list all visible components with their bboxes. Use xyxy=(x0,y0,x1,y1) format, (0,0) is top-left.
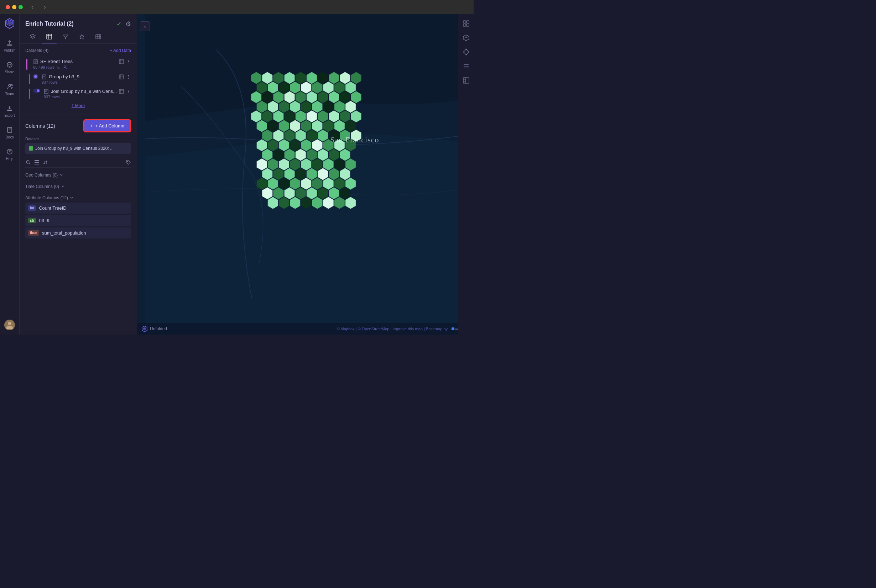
datasets-section: Datasets (4) + Add Data xyxy=(20,44,137,115)
link-icon xyxy=(56,65,61,70)
publish-icon xyxy=(6,39,14,47)
more-options-icon[interactable] xyxy=(126,74,131,80)
svg-rect-186 xyxy=(452,327,454,330)
sidebar-item-docs[interactable]: Docs xyxy=(0,123,19,143)
column-item: int Count TreeID xyxy=(25,202,131,213)
chevron-down-icon xyxy=(60,184,65,189)
map-area[interactable]: San Francisco ‹ Unfolded © Mapbox | © Op… xyxy=(137,14,473,334)
settings-icon[interactable]: ⚙ xyxy=(125,20,131,28)
tool-3d[interactable] xyxy=(460,32,473,44)
attribute-columns-group: Attribute Columns (12) int Count TreeID … xyxy=(25,193,131,238)
svg-marker-185 xyxy=(143,327,146,330)
dataset-color-indicator xyxy=(29,146,33,150)
svg-point-6 xyxy=(9,84,11,87)
selected-dataset-name: Join Group by h3_9 with Census 2020: ... xyxy=(35,146,114,151)
table-icon[interactable] xyxy=(119,59,124,64)
app-logo xyxy=(3,17,16,30)
svg-rect-199 xyxy=(463,78,469,83)
add-data-button[interactable]: + Add Data xyxy=(110,48,131,53)
column-item: str h3_9 xyxy=(25,215,131,226)
sidebar-item-share[interactable]: Share xyxy=(0,57,19,78)
dataset-rows-count: 937 rows xyxy=(42,80,58,84)
svg-rect-56 xyxy=(35,164,39,165)
svg-point-50 xyxy=(128,91,129,92)
check-icon: ✓ xyxy=(116,20,122,28)
svg-line-53 xyxy=(29,163,30,165)
close-button[interactable] xyxy=(6,5,10,9)
tool-grid[interactable] xyxy=(460,17,473,30)
geo-columns-label: Geo Columns (0) xyxy=(25,172,58,178)
docs-icon xyxy=(6,126,14,134)
svg-point-49 xyxy=(128,90,129,90)
svg-point-42 xyxy=(128,78,129,79)
geo-columns-header[interactable]: Geo Columns (0) xyxy=(25,171,131,180)
add-column-label: + Add Column xyxy=(95,123,124,129)
svg-point-32 xyxy=(59,68,60,69)
traffic-lights xyxy=(6,5,23,9)
tag-icon[interactable] xyxy=(125,159,131,165)
team-label: Team xyxy=(5,92,14,96)
more-datasets-link[interactable]: 1 More xyxy=(25,101,131,110)
svg-rect-191 xyxy=(466,24,469,26)
unfolded-logo: Unfolded xyxy=(141,326,167,332)
search-icon[interactable] xyxy=(25,159,31,165)
svg-rect-17 xyxy=(47,34,52,39)
dataset-item: SF Street Trees xyxy=(25,57,131,72)
title-bar: ‹ › xyxy=(0,0,473,14)
dataset-name: Join Group by h3_9 with Cens... xyxy=(51,88,117,94)
nav-back-button[interactable]: ‹ xyxy=(29,3,35,11)
time-columns-label: Time Columns (0) xyxy=(25,184,59,189)
time-columns-header[interactable]: Time Columns (0) xyxy=(25,182,131,191)
sidebar-item-team[interactable]: Team xyxy=(0,79,19,99)
add-column-button[interactable]: + + Add Column xyxy=(83,119,131,132)
svg-point-193 xyxy=(468,52,469,52)
list-icon[interactable] xyxy=(34,159,39,165)
dataset-name: SF Street Trees xyxy=(40,59,73,64)
dataset-rows-count: 937 rows xyxy=(44,94,60,99)
tool-panel-view[interactable] xyxy=(460,74,473,87)
table-icon[interactable] xyxy=(119,74,124,80)
panel-header: Enrich Tutorial (2) ✓ ⚙ xyxy=(20,14,137,31)
sidebar-item-publish[interactable]: Publish xyxy=(0,36,19,56)
svg-rect-190 xyxy=(463,24,466,26)
header-icons: ✓ ⚙ xyxy=(116,20,131,28)
svg-rect-37 xyxy=(119,75,123,79)
share-label: Share xyxy=(5,70,15,74)
panel-collapse-button[interactable]: ‹ xyxy=(140,21,150,32)
tab-effects[interactable] xyxy=(74,31,89,44)
attribute-columns-label: Attribute Columns (12) xyxy=(25,195,68,200)
tool-draw[interactable] xyxy=(460,45,473,58)
svg-point-16 xyxy=(8,322,11,326)
svg-rect-46 xyxy=(119,89,123,94)
minimize-button[interactable] xyxy=(12,5,17,9)
publish-label: Publish xyxy=(4,48,16,52)
users-icon xyxy=(62,65,67,70)
more-options-icon[interactable] xyxy=(126,89,131,94)
more-options-icon[interactable] xyxy=(126,59,131,64)
sidebar-item-export[interactable]: Export xyxy=(0,101,19,121)
column-type-badge: str xyxy=(28,218,36,223)
svg-rect-188 xyxy=(463,21,466,23)
table-icon[interactable] xyxy=(119,89,124,94)
right-tools-panel xyxy=(458,14,473,334)
nav-forward-button[interactable]: › xyxy=(42,3,48,11)
dataset-file-icon xyxy=(33,59,38,64)
svg-point-195 xyxy=(463,52,464,52)
maximize-button[interactable] xyxy=(18,5,23,9)
tab-table[interactable] xyxy=(42,31,57,44)
user-avatar[interactable] xyxy=(4,320,15,330)
column-name: sum_total_population xyxy=(42,230,86,236)
svg-marker-1 xyxy=(8,21,12,25)
attribute-columns-header[interactable]: Attribute Columns (12) xyxy=(25,193,131,202)
tab-map[interactable] xyxy=(91,31,106,44)
tab-layers[interactable] xyxy=(25,31,40,44)
svg-rect-26 xyxy=(119,60,123,64)
help-icon xyxy=(6,148,14,156)
sidebar-item-help[interactable]: Help xyxy=(0,144,19,165)
tab-filter[interactable] xyxy=(58,31,73,44)
tool-list-view[interactable] xyxy=(460,60,473,73)
sort-icon[interactable] xyxy=(42,159,48,165)
dataset-selector[interactable]: Join Group by h3_9 with Census 2020: ... xyxy=(25,143,131,154)
dataset-name: Group by h3_9 xyxy=(49,74,80,80)
svg-rect-55 xyxy=(35,162,39,163)
